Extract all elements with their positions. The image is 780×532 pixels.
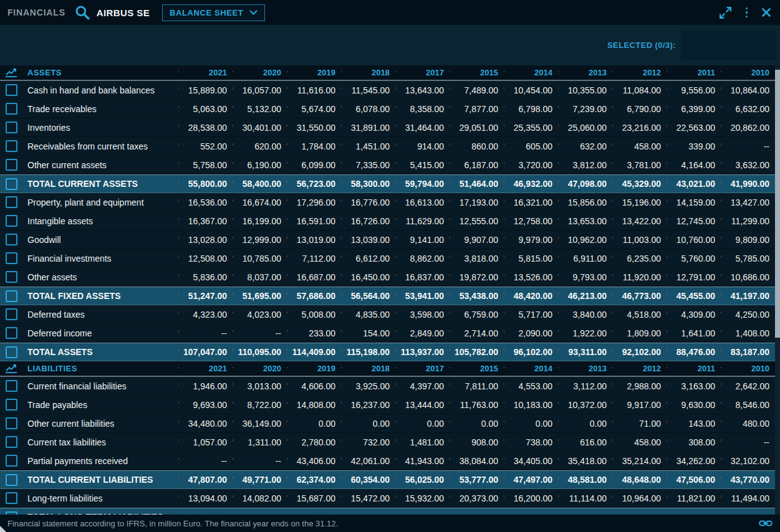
row-checkbox[interactable]	[6, 474, 17, 486]
cell-value: 9,793.00	[558, 272, 612, 282]
row-label: Trade payables	[22, 400, 178, 410]
cell-value: 11,494.00	[721, 493, 775, 503]
table-row: Receivables from current taxes552.00620.…	[0, 137, 775, 156]
cell-value: 92,102.00	[612, 347, 667, 357]
row-checkbox[interactable]	[6, 234, 17, 245]
checkbox-cell	[0, 103, 22, 115]
row-label: Goodwill	[22, 235, 178, 245]
row-checkbox[interactable]	[6, 84, 17, 96]
statement-type-dropdown[interactable]: BALANCE SHEET	[162, 4, 265, 21]
expand-icon[interactable]	[719, 6, 732, 19]
cell-value: 7,811.00	[450, 381, 504, 391]
total-row: TOTAL LONG-TERM LIABILITIES	[0, 508, 775, 515]
year-column-header: 2013	[558, 68, 612, 77]
close-icon[interactable]	[761, 7, 771, 17]
total-row: TOTAL ASSETS107,047.00110,095.00114,409.…	[0, 343, 775, 361]
cell-value: 5,674.00	[287, 104, 341, 114]
row-checkbox[interactable]	[6, 252, 17, 264]
checkbox-cell	[0, 140, 22, 152]
row-checkbox[interactable]	[6, 178, 17, 190]
row-label: Long-term liabilities	[22, 493, 178, 503]
cell-value: --	[721, 437, 775, 447]
cell-value: 3,013.00	[233, 381, 287, 391]
row-checkbox[interactable]	[6, 346, 17, 358]
row-checkbox[interactable]	[6, 380, 17, 392]
cell-value: 5,063.00	[178, 104, 233, 114]
cell-value: 10,454.00	[504, 85, 558, 95]
cell-value: 31,550.00	[287, 123, 341, 133]
cell-value: 8,546.00	[721, 400, 775, 410]
row-checkbox[interactable]	[6, 196, 17, 208]
row-checkbox[interactable]	[6, 271, 17, 283]
vertical-scrollbar-track[interactable]	[775, 67, 780, 515]
cell-value: 0.00	[341, 419, 395, 429]
row-checkbox[interactable]	[6, 436, 17, 448]
table-row: Cash in hand and bank balances15,889.001…	[0, 81, 775, 100]
cell-value: 10,372.00	[558, 400, 612, 410]
title-bar: FINANCIALS AIRBUS SE BALANCE SHEET	[0, 0, 780, 25]
row-checkbox[interactable]	[6, 103, 17, 115]
year-column-header: 2012	[612, 364, 667, 373]
chart-icon[interactable]	[5, 364, 17, 373]
row-checkbox[interactable]	[6, 455, 17, 467]
cell-value: 42,061.00	[341, 456, 395, 466]
table-row: Long-term liabilities13,094.0014,082.001…	[0, 489, 775, 508]
row-label: TOTAL FIXED ASSETS	[22, 291, 178, 301]
row-checkbox[interactable]	[6, 492, 17, 504]
chart-icon[interactable]	[5, 68, 17, 77]
cell-value: 16,199.00	[233, 216, 287, 226]
checkbox-cell	[0, 399, 22, 411]
row-checkbox[interactable]	[6, 215, 17, 227]
cell-value: 1,784.00	[287, 141, 341, 151]
row-checkbox[interactable]	[6, 290, 17, 302]
row-checkbox[interactable]	[6, 417, 17, 429]
row-checkbox[interactable]	[6, 159, 17, 171]
cell-value: 19,872.00	[450, 272, 504, 282]
search-icon[interactable]	[74, 4, 90, 21]
row-checkbox[interactable]	[6, 121, 17, 133]
year-column-header: 2017	[395, 364, 450, 373]
cell-value: 88,476.00	[667, 347, 721, 357]
cell-value: 0.00	[287, 419, 341, 429]
total-row: TOTAL FIXED ASSETS51,247.0051,695.0057,6…	[0, 287, 775, 305]
cell-value: 53,438.00	[450, 291, 504, 301]
cell-value: 5,717.00	[504, 310, 558, 320]
status-bar: Financial statement according to IFRS, i…	[0, 515, 780, 532]
cell-value: 552.00	[178, 141, 233, 151]
checkbox-cell	[0, 84, 22, 96]
row-label: TOTAL CURRENT ASSETS	[22, 179, 178, 189]
cell-value: 51,464.00	[450, 179, 504, 189]
cell-value: 5,758.00	[178, 160, 233, 170]
row-checkbox[interactable]	[6, 399, 17, 411]
statement-type-value: BALANCE SHEET	[170, 8, 243, 17]
cell-value: 51,695.00	[233, 291, 287, 301]
cell-value: 1,311.00	[233, 437, 287, 447]
row-checkbox[interactable]	[6, 140, 17, 152]
year-column-header: 2010	[721, 68, 775, 77]
row-checkbox[interactable]	[6, 327, 17, 339]
link-icon[interactable]	[759, 519, 773, 528]
cell-value: 2,988.00	[612, 381, 667, 391]
year-column-header: 2018	[341, 364, 395, 373]
table-row: Other current assets5,758.006,190.006,09…	[0, 156, 775, 174]
financials-window: FINANCIALS AIRBUS SE BALANCE SHEET SELEC…	[0, 0, 780, 532]
row-checkbox[interactable]	[6, 308, 17, 320]
cell-value: 3,781.00	[612, 160, 667, 170]
kebab-menu-icon[interactable]	[746, 7, 748, 18]
vertical-scrollbar-thumb[interactable]	[775, 70, 780, 338]
cell-value: 3,720.00	[504, 160, 558, 170]
cell-value: 11,763.00	[450, 400, 504, 410]
year-column-header: 2021	[178, 68, 233, 77]
cell-value: 83,187.00	[721, 347, 775, 357]
row-label: Cash in hand and bank balances	[22, 85, 178, 95]
cell-value: 6,911.00	[558, 254, 612, 264]
cell-value: 10,864.00	[721, 85, 775, 95]
table-row: Other current liabilities34,480.0036,149…	[0, 414, 775, 433]
year-column-header: 2017	[395, 68, 450, 77]
cell-value: 59,794.00	[395, 179, 450, 189]
cell-value: 6,759.00	[450, 310, 504, 320]
cell-value: 45,455.00	[667, 291, 721, 301]
cell-value: 16,237.00	[341, 400, 395, 410]
year-column-header: 2011	[667, 364, 721, 373]
cell-value: 10,686.00	[721, 272, 775, 282]
